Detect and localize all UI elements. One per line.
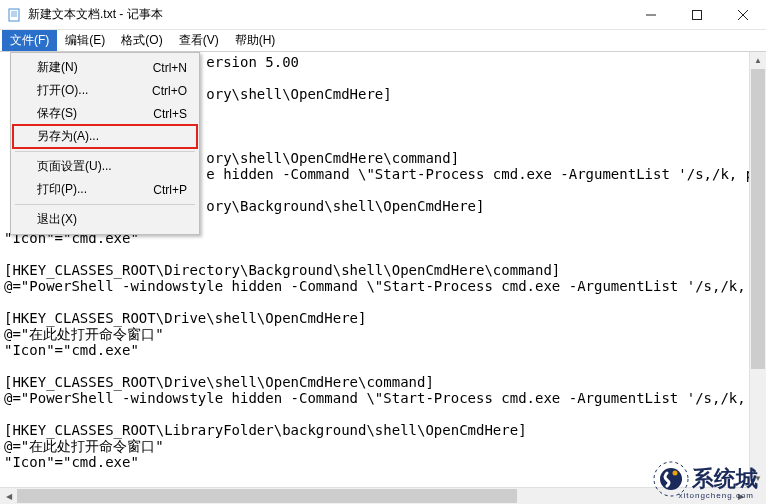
menu-format[interactable]: 格式(O) (113, 30, 170, 51)
menu-item-label: 新建(N) (37, 59, 153, 76)
vertical-scrollbar[interactable]: ▲ ▼ (749, 52, 766, 487)
watermark: 系统城 xitongcheng.com (652, 460, 758, 498)
minimize-button[interactable] (628, 0, 674, 29)
menu-item-label: 退出(X) (37, 211, 187, 228)
menu-item-label: 保存(S) (37, 105, 153, 122)
menu-item-shortcut: Ctrl+P (153, 183, 187, 197)
watermark-text-en: xitongcheng.com (679, 491, 754, 500)
vertical-scroll-thumb[interactable] (751, 69, 765, 369)
menu-item-label: 打印(P)... (37, 181, 153, 198)
menu-item-label: 另存为(A)... (37, 128, 187, 145)
file-menu-item[interactable]: 页面设置(U)... (13, 155, 197, 178)
menubar: 文件(F) 编辑(E) 格式(O) 查看(V) 帮助(H) (0, 30, 766, 52)
file-menu-item[interactable]: 退出(X) (13, 208, 197, 231)
file-menu-dropdown: 新建(N)Ctrl+N打开(O)...Ctrl+O保存(S)Ctrl+S另存为(… (10, 52, 200, 235)
menu-file[interactable]: 文件(F) (2, 30, 57, 51)
window-title: 新建文本文档.txt - 记事本 (28, 6, 628, 23)
file-menu-item[interactable]: 打印(P)...Ctrl+P (13, 178, 197, 201)
menu-edit[interactable]: 编辑(E) (57, 30, 113, 51)
menu-item-label: 页面设置(U)... (37, 158, 187, 175)
horizontal-scrollbar[interactable]: ◀ ▶ (0, 487, 749, 504)
scroll-up-arrow-icon[interactable]: ▲ (750, 52, 766, 69)
menu-view[interactable]: 查看(V) (171, 30, 227, 51)
watermark-text-cn: 系统城 (692, 464, 758, 494)
svg-point-10 (673, 471, 678, 476)
menu-item-shortcut: Ctrl+O (152, 84, 187, 98)
svg-rect-5 (693, 10, 702, 19)
window-controls (628, 0, 766, 29)
scroll-left-arrow-icon[interactable]: ◀ (0, 488, 17, 504)
notepad-icon (6, 7, 22, 23)
close-button[interactable] (720, 0, 766, 29)
menu-item-shortcut: Ctrl+S (153, 107, 187, 121)
file-menu-item[interactable]: 保存(S)Ctrl+S (13, 102, 197, 125)
maximize-button[interactable] (674, 0, 720, 29)
menu-separator (15, 204, 195, 205)
horizontal-scroll-thumb[interactable] (17, 489, 517, 503)
file-menu-item[interactable]: 新建(N)Ctrl+N (13, 56, 197, 79)
menu-item-label: 打开(O)... (37, 82, 152, 99)
titlebar: 新建文本文档.txt - 记事本 (0, 0, 766, 30)
file-menu-item[interactable]: 打开(O)...Ctrl+O (13, 79, 197, 102)
svg-rect-0 (9, 9, 19, 21)
menu-help[interactable]: 帮助(H) (227, 30, 284, 51)
menu-item-shortcut: Ctrl+N (153, 61, 187, 75)
svg-point-9 (660, 468, 682, 490)
menu-separator (15, 151, 195, 152)
file-menu-item[interactable]: 另存为(A)... (13, 125, 197, 148)
